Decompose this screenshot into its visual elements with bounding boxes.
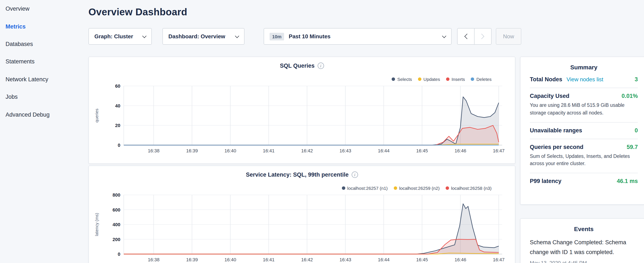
svg-text:20: 20 [115,123,120,128]
summary-row-value: 46.1 ms [617,178,638,184]
summary-row: Capacity Used0.01%You are using 28.6 MiB… [530,88,638,122]
events-list: Schema Change Completed: Schema change w… [530,238,638,263]
svg-text:0: 0 [118,251,120,257]
svg-text:16:42: 16:42 [301,148,313,153]
sidebar-item-metrics[interactable]: Metrics [0,18,83,35]
service-latency-chart-svg[interactable]: 020040060080016:3816:3916:4016:4116:4216… [89,166,516,263]
chevron-down-icon [142,34,146,38]
service-latency-chart-card: Service Latency: SQL, 99th percentile i … [88,166,515,263]
now-button[interactable]: Now [496,28,521,45]
summary-row-value: 0.01% [622,93,638,99]
svg-text:16:44: 16:44 [378,148,390,153]
time-range-label: Past 10 Minutes [289,33,330,40]
svg-text:16:40: 16:40 [224,148,236,153]
chevron-down-icon [442,34,446,38]
events-title: Events [530,225,638,232]
svg-text:16:43: 16:43 [340,148,351,153]
graph-dropdown-label: Graph: Cluster [94,33,133,40]
svg-text:16:40: 16:40 [224,257,236,262]
time-next-button[interactable] [474,28,492,45]
svg-text:16:39: 16:39 [186,257,198,262]
dashboard-dropdown[interactable]: Dashboard: Overview [162,28,244,45]
time-pager [457,28,492,45]
app: OverviewMetricsDatabasesStatementsNetwor… [0,0,644,263]
svg-text:latency (ms): latency (ms) [94,213,99,236]
svg-text:16:42: 16:42 [301,257,313,262]
svg-text:200: 200 [112,237,120,242]
sidebar-nav: OverviewMetricsDatabasesStatementsNetwor… [0,0,83,123]
svg-text:16:45: 16:45 [416,257,428,262]
sidebar-item-advanced-debug[interactable]: Advanced Debug [0,106,83,123]
chevron-left-icon [464,34,470,39]
summary-row: Unavailable ranges0 [530,122,638,139]
time-range-dropdown[interactable]: 10m Past 10 Minutes [264,28,452,45]
sidebar-item-databases[interactable]: Databases [0,35,83,53]
events-panel: Events Schema Change Completed: Schema c… [520,218,644,263]
summary-row-description: Sum of Selects, Updates, Inserts, and De… [530,153,638,168]
summary-row-label: Queries per second [530,144,584,150]
svg-text:16:46: 16:46 [454,148,466,153]
svg-text:400: 400 [112,222,120,227]
summary-row-description: You are using 28.6 MiB of 515.9 GiB usab… [530,102,638,117]
sql-queries-chart-card: SQL Queries i SelectsUpdatesInsertsDelet… [88,57,515,164]
view-nodes-list-link[interactable]: View nodes list [566,76,604,83]
graph-dropdown[interactable]: Graph: Cluster [88,28,152,45]
summary-row-value: 3 [635,76,638,83]
svg-text:16:47: 16:47 [493,257,504,262]
svg-text:16:47: 16:47 [493,148,504,153]
svg-text:800: 800 [112,192,120,198]
summary-row-value: 59.7 [626,144,638,150]
time-range-badge: 10m [270,33,284,40]
main-content: Overview Dashboard Graph: Cluster Dashbo… [88,0,515,263]
svg-text:40: 40 [115,103,120,109]
summary-title: Summary [530,64,638,71]
summary-row-label: P99 latency [530,178,562,184]
summary-rows: Total NodesView nodes list3Capacity Used… [530,72,638,190]
summary-panel: Summary Total NodesView nodes list3Capac… [520,57,644,205]
event-text: Schema Change Completed: Schema change w… [530,238,631,257]
page-title: Overview Dashboard [88,7,515,18]
summary-row: Queries per second59.7Sum of Selects, Up… [530,139,638,173]
sidebar-item-network-latency[interactable]: Network Latency [0,70,83,88]
sidebar-item-jobs[interactable]: Jobs [0,88,83,106]
svg-text:16:43: 16:43 [340,257,351,262]
sql-queries-chart-svg[interactable]: 020406016:3816:3916:4016:4116:4216:4316:… [89,57,516,163]
summary-row-label: Capacity Used [530,93,569,99]
summary-row: Total NodesView nodes list3 [530,72,638,88]
chevron-right-icon [479,34,484,39]
svg-text:0: 0 [118,143,120,148]
sidebar-item-overview[interactable]: Overview [0,0,83,18]
summary-row: P99 latency46.1 ms [530,173,638,190]
svg-text:16:41: 16:41 [263,148,274,153]
svg-text:16:38: 16:38 [148,148,160,153]
svg-text:600: 600 [112,207,120,212]
summary-row-value: 0 [635,127,638,133]
toolbar: Graph: Cluster Dashboard: Overview 10m P… [88,28,521,45]
svg-text:16:46: 16:46 [454,257,466,262]
sidebar-item-statements[interactable]: Statements [0,53,83,70]
svg-text:16:44: 16:44 [378,257,390,262]
svg-text:queries: queries [94,109,99,123]
chevron-down-icon [235,34,239,38]
summary-row-label: Total Nodes [530,76,562,83]
summary-row-label: Unavailable ranges [530,127,582,133]
svg-text:16:38: 16:38 [148,257,160,262]
dashboard-dropdown-label: Dashboard: Overview [168,33,225,40]
time-prev-button[interactable] [457,28,474,45]
svg-text:16:41: 16:41 [263,257,274,262]
svg-text:16:45: 16:45 [416,148,428,153]
svg-text:60: 60 [115,83,120,89]
event-timestamp: May 13, 2020 at 4:45 PM [530,260,638,263]
svg-text:16:39: 16:39 [186,148,198,153]
